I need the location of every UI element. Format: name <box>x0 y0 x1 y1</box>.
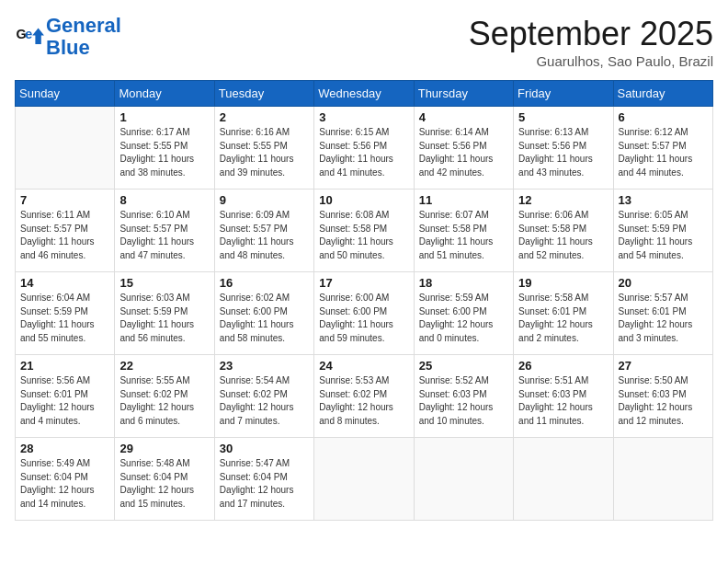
day-number: 10 <box>319 193 408 207</box>
week-row-3: 21Sunrise: 5:56 AM Sunset: 6:01 PM Dayli… <box>16 355 713 438</box>
day-info: Sunrise: 6:17 AM Sunset: 5:55 PM Dayligh… <box>119 126 209 179</box>
day-number: 12 <box>518 193 608 207</box>
calendar-cell: 30Sunrise: 5:47 AM Sunset: 6:04 PM Dayli… <box>214 438 313 521</box>
day-number: 2 <box>220 110 309 124</box>
day-info: Sunrise: 6:06 AM Sunset: 5:58 PM Dayligh… <box>518 209 608 262</box>
day-number: 29 <box>119 442 209 455</box>
title-block: September 2025 Guarulhos, Sao Paulo, Bra… <box>469 15 713 69</box>
day-number: 30 <box>220 442 309 455</box>
calendar-cell: 3Sunrise: 6:15 AM Sunset: 5:56 PM Daylig… <box>314 107 414 190</box>
week-row-1: 7Sunrise: 6:11 AM Sunset: 5:57 PM Daylig… <box>16 190 713 272</box>
day-number: 4 <box>419 110 508 124</box>
day-info: Sunrise: 6:09 AM Sunset: 5:57 PM Dayligh… <box>220 209 309 262</box>
day-info: Sunrise: 6:03 AM Sunset: 5:59 PM Dayligh… <box>119 292 209 345</box>
day-number: 7 <box>20 193 109 207</box>
logo-icon: G e <box>15 22 44 52</box>
calendar-cell: 25Sunrise: 5:52 AM Sunset: 6:03 PM Dayli… <box>414 355 513 438</box>
calendar-cell: 19Sunrise: 5:58 AM Sunset: 6:01 PM Dayli… <box>514 272 613 355</box>
day-info: Sunrise: 5:48 AM Sunset: 6:04 PM Dayligh… <box>119 457 209 511</box>
calendar-cell: 20Sunrise: 5:57 AM Sunset: 6:01 PM Dayli… <box>613 272 712 355</box>
day-info: Sunrise: 6:04 AM Sunset: 5:59 PM Dayligh… <box>20 292 109 345</box>
calendar-cell: 21Sunrise: 5:56 AM Sunset: 6:01 PM Dayli… <box>16 355 115 438</box>
day-info: Sunrise: 6:16 AM Sunset: 5:55 PM Dayligh… <box>220 126 309 179</box>
day-info: Sunrise: 5:49 AM Sunset: 6:04 PM Dayligh… <box>20 457 109 511</box>
day-number: 15 <box>119 276 209 290</box>
weekday-header-monday: Monday <box>115 81 214 107</box>
calendar-cell: 12Sunrise: 6:06 AM Sunset: 5:58 PM Dayli… <box>514 190 613 272</box>
day-number: 23 <box>220 359 309 373</box>
calendar-cell <box>314 438 414 521</box>
day-info: Sunrise: 5:53 AM Sunset: 6:02 PM Dayligh… <box>319 374 408 428</box>
day-info: Sunrise: 5:57 AM Sunset: 6:01 PM Dayligh… <box>619 292 708 345</box>
day-number: 21 <box>20 359 109 373</box>
day-number: 18 <box>419 276 508 290</box>
day-info: Sunrise: 6:14 AM Sunset: 5:56 PM Dayligh… <box>419 126 508 179</box>
calendar: SundayMondayTuesdayWednesdayThursdayFrid… <box>15 80 713 521</box>
location: Guarulhos, Sao Paulo, Brazil <box>469 53 713 69</box>
day-info: Sunrise: 5:56 AM Sunset: 6:01 PM Dayligh… <box>20 374 109 428</box>
calendar-cell <box>514 438 613 521</box>
weekday-header-saturday: Saturday <box>613 81 712 107</box>
week-row-0: 1Sunrise: 6:17 AM Sunset: 5:55 PM Daylig… <box>16 107 713 190</box>
calendar-cell: 2Sunrise: 6:16 AM Sunset: 5:55 PM Daylig… <box>214 107 313 190</box>
calendar-cell: 27Sunrise: 5:50 AM Sunset: 6:03 PM Dayli… <box>613 355 712 438</box>
day-number: 14 <box>20 276 109 290</box>
calendar-cell: 17Sunrise: 6:00 AM Sunset: 6:00 PM Dayli… <box>314 272 414 355</box>
day-info: Sunrise: 6:05 AM Sunset: 5:59 PM Dayligh… <box>619 209 708 262</box>
calendar-cell: 11Sunrise: 6:07 AM Sunset: 5:58 PM Dayli… <box>414 190 513 272</box>
svg-text:e: e <box>25 27 32 41</box>
day-number: 17 <box>319 276 408 290</box>
calendar-cell: 7Sunrise: 6:11 AM Sunset: 5:57 PM Daylig… <box>16 190 115 272</box>
calendar-cell: 26Sunrise: 5:51 AM Sunset: 6:03 PM Dayli… <box>514 355 613 438</box>
calendar-cell: 6Sunrise: 6:12 AM Sunset: 5:57 PM Daylig… <box>613 107 712 190</box>
logo: G e GeneralBlue <box>15 15 121 59</box>
weekday-header-wednesday: Wednesday <box>314 81 414 107</box>
calendar-cell: 13Sunrise: 6:05 AM Sunset: 5:59 PM Dayli… <box>613 190 712 272</box>
calendar-cell: 14Sunrise: 6:04 AM Sunset: 5:59 PM Dayli… <box>16 272 115 355</box>
day-info: Sunrise: 5:50 AM Sunset: 6:03 PM Dayligh… <box>619 374 708 428</box>
day-number: 25 <box>419 359 508 373</box>
day-number: 6 <box>619 110 708 124</box>
day-info: Sunrise: 6:13 AM Sunset: 5:56 PM Dayligh… <box>518 126 608 179</box>
calendar-cell: 9Sunrise: 6:09 AM Sunset: 5:57 PM Daylig… <box>214 190 313 272</box>
day-info: Sunrise: 6:12 AM Sunset: 5:57 PM Dayligh… <box>619 126 708 179</box>
calendar-cell <box>16 107 115 190</box>
day-number: 19 <box>518 276 608 290</box>
day-info: Sunrise: 5:54 AM Sunset: 6:02 PM Dayligh… <box>220 374 309 428</box>
calendar-cell: 16Sunrise: 6:02 AM Sunset: 6:00 PM Dayli… <box>214 272 313 355</box>
svg-marker-2 <box>32 29 44 45</box>
day-number: 8 <box>119 193 209 207</box>
page-header: G e GeneralBlue September 2025 Guarulhos… <box>15 15 713 69</box>
day-number: 28 <box>20 442 109 455</box>
day-number: 24 <box>319 359 408 373</box>
week-row-2: 14Sunrise: 6:04 AM Sunset: 5:59 PM Dayli… <box>16 272 713 355</box>
calendar-cell: 18Sunrise: 5:59 AM Sunset: 6:00 PM Dayli… <box>414 272 513 355</box>
month-title: September 2025 <box>469 15 713 53</box>
day-info: Sunrise: 6:00 AM Sunset: 6:00 PM Dayligh… <box>319 292 408 345</box>
day-number: 3 <box>319 110 408 124</box>
calendar-cell: 22Sunrise: 5:55 AM Sunset: 6:02 PM Dayli… <box>115 355 214 438</box>
day-info: Sunrise: 5:52 AM Sunset: 6:03 PM Dayligh… <box>419 374 508 428</box>
day-info: Sunrise: 5:47 AM Sunset: 6:04 PM Dayligh… <box>220 457 309 511</box>
day-number: 11 <box>419 193 508 207</box>
calendar-cell: 5Sunrise: 6:13 AM Sunset: 5:56 PM Daylig… <box>514 107 613 190</box>
day-info: Sunrise: 6:15 AM Sunset: 5:56 PM Dayligh… <box>319 126 408 179</box>
calendar-cell <box>414 438 513 521</box>
weekday-header-friday: Friday <box>514 81 613 107</box>
day-number: 22 <box>119 359 209 373</box>
weekday-header-thursday: Thursday <box>414 81 513 107</box>
calendar-cell: 10Sunrise: 6:08 AM Sunset: 5:58 PM Dayli… <box>314 190 414 272</box>
calendar-cell: 1Sunrise: 6:17 AM Sunset: 5:55 PM Daylig… <box>115 107 214 190</box>
calendar-cell: 15Sunrise: 6:03 AM Sunset: 5:59 PM Dayli… <box>115 272 214 355</box>
weekday-header-sunday: Sunday <box>16 81 115 107</box>
day-info: Sunrise: 6:07 AM Sunset: 5:58 PM Dayligh… <box>419 209 508 262</box>
day-info: Sunrise: 5:58 AM Sunset: 6:01 PM Dayligh… <box>518 292 608 345</box>
day-info: Sunrise: 5:55 AM Sunset: 6:02 PM Dayligh… <box>119 374 209 428</box>
calendar-cell: 28Sunrise: 5:49 AM Sunset: 6:04 PM Dayli… <box>16 438 115 521</box>
day-number: 1 <box>119 110 209 124</box>
day-info: Sunrise: 6:02 AM Sunset: 6:00 PM Dayligh… <box>220 292 309 345</box>
day-number: 16 <box>220 276 309 290</box>
calendar-cell <box>613 438 712 521</box>
day-number: 20 <box>619 276 708 290</box>
calendar-cell: 29Sunrise: 5:48 AM Sunset: 6:04 PM Dayli… <box>115 438 214 521</box>
